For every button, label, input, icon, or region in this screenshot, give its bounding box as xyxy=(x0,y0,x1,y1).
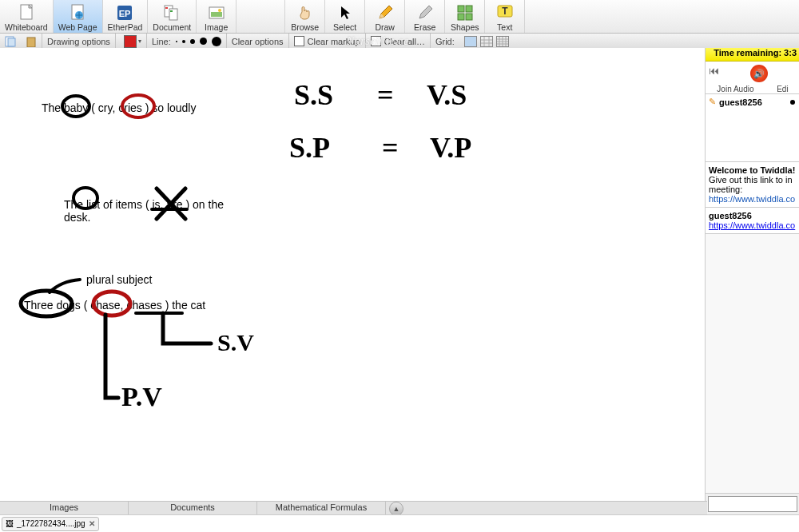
chat-input-row xyxy=(706,493,799,514)
tab-image[interactable]: Image xyxy=(197,0,237,33)
label: Drawing options xyxy=(47,37,110,46)
svg-rect-12 xyxy=(458,6,464,12)
svg-rect-10 xyxy=(211,12,222,17)
svg-rect-13 xyxy=(466,6,472,12)
label: Grid: xyxy=(435,37,455,46)
main-toolbar: Whiteboard Web Page EP EtherPad Document xyxy=(0,0,799,34)
user-name: guest8256 xyxy=(719,97,762,107)
tool-browse[interactable]: Browse xyxy=(285,0,325,33)
status-dot-icon xyxy=(790,100,795,105)
svg-point-11 xyxy=(218,9,221,12)
svg-text:EP: EP xyxy=(119,9,131,18)
whiteboard-canvas[interactable]: The baby ( cry, cries ) so loudly The li… xyxy=(0,48,705,514)
tab-images[interactable]: Images xyxy=(0,502,129,515)
eq1-left: S.S xyxy=(294,78,333,112)
watermark-text: Nurseilite.cc xyxy=(347,35,409,48)
audio-controls: ⏮ 🔊 Join Audio Edi xyxy=(706,62,799,94)
svg-rect-14 xyxy=(458,14,464,20)
toolbar-gap xyxy=(237,0,285,33)
label: Document xyxy=(153,22,191,32)
etherpad-icon: EP xyxy=(116,4,133,22)
picture-icon: 🖼 xyxy=(6,519,14,528)
tool-select[interactable]: Select xyxy=(325,0,365,33)
eq1-mid: = xyxy=(377,78,394,112)
eq2-left: S.P xyxy=(289,131,330,165)
tab-documents[interactable]: Documents xyxy=(129,502,257,515)
sentence-1: The baby ( cry, cries ) so loudly xyxy=(42,101,196,114)
tool-draw[interactable]: Draw xyxy=(365,0,405,33)
image-icon xyxy=(208,4,225,22)
pencil-icon xyxy=(376,4,394,22)
welcome-title: Welcome to Twiddla! xyxy=(709,165,797,175)
label: Shapes xyxy=(451,22,479,32)
page-web-icon xyxy=(69,4,86,22)
label: Browse xyxy=(291,22,319,32)
side-panel: Time remaining: 3:3 ⏮ 🔊 Join Audio Edi ✎… xyxy=(705,48,799,514)
time-remaining: Time remaining: 3:3 xyxy=(706,48,799,62)
page-blank-icon xyxy=(18,4,35,22)
welcome-box: Welcome to Twiddla! Give out this link t… xyxy=(706,162,799,208)
text-icon: T xyxy=(496,4,514,22)
bottom-tabs: Images Documents Mathematical Formulas ▲ xyxy=(0,501,707,515)
label: Select xyxy=(333,22,356,32)
sentence-2b: desk. xyxy=(64,211,90,224)
clear-options-link[interactable]: Clear options xyxy=(227,34,288,49)
label: Erase xyxy=(414,22,435,32)
welcome-body: Give out this link to in meeting: xyxy=(709,175,797,194)
cursor-icon xyxy=(336,4,354,22)
tool-erase[interactable]: Erase xyxy=(405,0,445,33)
svg-rect-20 xyxy=(27,38,35,47)
tool-shapes[interactable]: Shapes xyxy=(445,0,485,33)
drawing-options-link[interactable]: Drawing options xyxy=(42,34,115,49)
tab-whiteboard[interactable]: Whiteboard xyxy=(0,0,54,33)
svg-rect-15 xyxy=(466,14,472,20)
svg-text:T: T xyxy=(502,6,508,17)
label: Text xyxy=(497,22,512,32)
eraser-icon xyxy=(416,4,434,22)
label: Image xyxy=(205,22,228,32)
opt-copy-icon[interactable] xyxy=(0,34,21,49)
edit-link[interactable]: Edi xyxy=(777,85,788,93)
tab-math[interactable]: Mathematical Formulas xyxy=(257,502,386,515)
guest-message: guest8256 https://www.twiddla.co xyxy=(706,208,799,234)
audio-back-icon[interactable]: ⏮ xyxy=(709,65,719,77)
eq1-right: V.S xyxy=(427,78,467,112)
sv-label: S.V xyxy=(217,329,254,356)
guest-link[interactable]: https://www.twiddla.co xyxy=(709,220,795,230)
close-icon[interactable]: ✕ xyxy=(89,519,95,528)
document-icon xyxy=(163,4,181,22)
svg-rect-19 xyxy=(8,38,15,46)
eq2-mid: = xyxy=(382,131,399,165)
plural-label: plural subject xyxy=(86,273,153,286)
join-audio-link[interactable]: Join Audio xyxy=(717,85,753,93)
options-bar: Drawing options Color: ▾ Line: Clear opt… xyxy=(0,34,799,50)
svg-rect-7 xyxy=(165,7,168,9)
tool-text[interactable]: T Text xyxy=(485,0,525,33)
user-row[interactable]: ✎ guest8256 xyxy=(709,97,797,107)
label: Draw xyxy=(375,22,395,32)
label: Whiteboard xyxy=(5,22,48,32)
file-strip: 🖼 _1722782434....jpg ✕ xyxy=(0,514,799,532)
chat-input[interactable] xyxy=(708,496,797,512)
hand-icon xyxy=(296,4,314,22)
tab-document[interactable]: Document xyxy=(148,0,197,33)
tab-etherpad[interactable]: EP EtherPad xyxy=(103,0,149,33)
sentence-3: Three dogs ( chase, chases ) the cat xyxy=(24,299,205,312)
file-chip[interactable]: 🖼 _1722782434....jpg ✕ xyxy=(2,517,99,531)
color-picker[interactable]: Color: ▾ xyxy=(116,34,146,49)
label: Clear options xyxy=(232,37,284,46)
line-width-picker[interactable]: Line: xyxy=(147,34,226,49)
pencil-icon: ✎ xyxy=(709,97,716,107)
opt-paste-icon[interactable] xyxy=(21,34,42,49)
sentence-2a: The list of items ( is, are ) on the xyxy=(64,198,224,211)
label: EtherPad xyxy=(108,22,143,32)
grid-label: Grid: xyxy=(431,34,459,49)
grid-switch[interactable] xyxy=(459,34,514,49)
svg-rect-8 xyxy=(170,10,173,12)
label: Web Page xyxy=(58,22,97,32)
audio-play-button[interactable]: 🔊 xyxy=(750,65,768,82)
tab-webpage[interactable]: Web Page xyxy=(54,0,103,33)
meeting-link[interactable]: https://www.twiddla.co xyxy=(709,194,795,204)
pv-label: P.V xyxy=(121,382,162,412)
guest-name: guest8256 xyxy=(709,211,752,220)
